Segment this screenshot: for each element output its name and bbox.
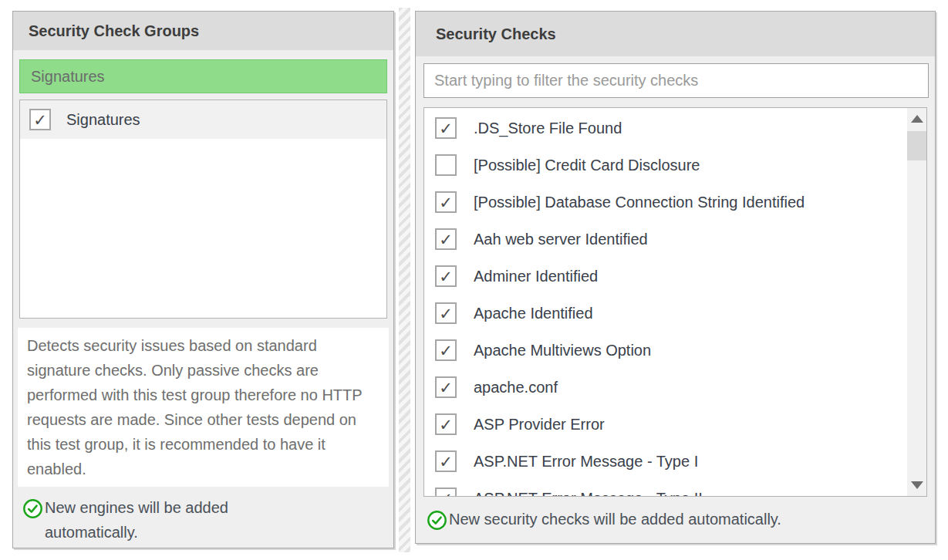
security-check-checkbox[interactable]: ✓ <box>435 376 457 398</box>
scroll-down-button[interactable] <box>907 474 926 496</box>
security-check-checkbox[interactable]: ✓ <box>435 117 457 139</box>
scroll-up-icon <box>911 115 923 123</box>
filter-checks-input[interactable] <box>423 63 929 98</box>
security-check-label: Aah web server Identified <box>474 231 648 248</box>
security-check-checkbox[interactable]: ✓ <box>435 228 457 250</box>
group-row[interactable]: ✓ Signatures <box>20 100 386 139</box>
security-check-label: [Possible] Database Connection String Id… <box>474 194 805 211</box>
engines-note: New engines will be added automatically. <box>13 487 393 545</box>
security-check-row[interactable]: ✓ ASP Provider Error <box>424 406 906 443</box>
settings-dialog: Security Check Groups Signatures ✓ Signa… <box>0 0 948 560</box>
security-check-label: Apache Identified <box>474 305 593 322</box>
security-check-row[interactable]: [Possible] Credit Card Disclosure <box>424 147 906 184</box>
security-check-checkbox[interactable]: ✓ <box>435 265 457 287</box>
security-check-row[interactable]: ✓ ASP.NET Error Message - Type I <box>424 443 906 480</box>
security-check-label: apache.conf <box>474 379 558 396</box>
security-check-label: [Possible] Credit Card Disclosure <box>474 157 700 174</box>
security-check-row[interactable]: ✓ Apache Multiviews Option <box>424 332 906 369</box>
security-check-checkbox[interactable]: ✓ <box>435 487 457 497</box>
security-check-row[interactable]: ✓ [Possible] Database Connection String … <box>424 184 906 221</box>
security-check-row[interactable]: ✓ Adminer Identified <box>424 258 906 295</box>
security-check-label: Apache Multiviews Option <box>474 342 651 359</box>
selected-group-row[interactable]: Signatures <box>19 59 387 93</box>
security-check-checkbox[interactable] <box>435 154 457 176</box>
security-check-label: Adminer Identified <box>474 268 598 285</box>
group-list: ✓ Signatures <box>19 100 387 319</box>
group-checkbox[interactable]: ✓ <box>29 109 51 130</box>
security-check-label: .DS_Store File Found <box>474 120 622 137</box>
scrollbar-thumb[interactable] <box>907 131 926 160</box>
security-check-label: ASP.NET Error Message - Type I <box>474 453 698 471</box>
checks-scrollbar[interactable] <box>907 108 926 496</box>
engines-note-text: New engines will be added automatically. <box>45 495 299 545</box>
security-check-groups-panel: Security Check Groups Signatures ✓ Signa… <box>12 11 394 548</box>
security-check-checkbox[interactable]: ✓ <box>435 413 457 435</box>
checks-note: New security checks will be added automa… <box>416 497 935 531</box>
security-checks-list: ✓ .DS_Store File Found [Possible] Credit… <box>423 107 927 497</box>
security-check-checkbox[interactable]: ✓ <box>435 191 457 213</box>
green-check-circle-icon <box>22 498 43 519</box>
checks-note-text: New security checks will be added automa… <box>449 507 781 531</box>
security-check-row[interactable]: ✓ .DS_Store File Found <box>424 110 906 147</box>
security-check-checkbox[interactable]: ✓ <box>435 450 457 472</box>
security-check-row[interactable]: ✓ Aah web server Identified <box>424 221 906 258</box>
security-check-row[interactable]: ✓ ASP.NET Error Message - Type II <box>424 480 906 497</box>
security-check-label: ASP Provider Error <box>474 416 605 433</box>
security-check-checkbox[interactable]: ✓ <box>435 339 457 361</box>
green-check-circle-icon <box>427 510 447 531</box>
security-check-groups-title: Security Check Groups <box>13 12 393 50</box>
security-check-row[interactable]: ✓ Apache Identified <box>424 295 906 332</box>
panel-splitter[interactable] <box>399 8 410 552</box>
security-checks-panel: Security Checks ✓ .DS_Store File Found [… <box>415 11 936 544</box>
scroll-down-icon <box>911 481 923 489</box>
security-check-checkbox[interactable]: ✓ <box>435 302 457 324</box>
scroll-up-button[interactable] <box>907 108 926 130</box>
selected-group-label: Signatures <box>31 68 105 86</box>
security-check-row[interactable]: ✓ apache.conf <box>424 369 906 406</box>
group-description: Detects security issues based on standar… <box>18 328 389 487</box>
security-check-label: ASP.NET Error Message - Type II <box>474 490 703 498</box>
security-checks-rows: ✓ .DS_Store File Found [Possible] Credit… <box>424 110 906 497</box>
security-checks-title: Security Checks <box>416 12 935 56</box>
group-row-label: Signatures <box>66 111 140 129</box>
